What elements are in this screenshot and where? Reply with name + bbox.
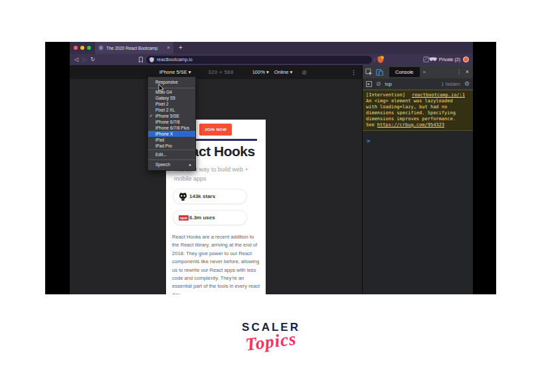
- console-sidebar-icon[interactable]: ▶: [366, 81, 372, 87]
- menu-item-pixel-2[interactable]: Pixel 2: [148, 101, 195, 107]
- menu-item-ipad-pro[interactable]: iPad Pro: [148, 143, 195, 149]
- new-tab-button[interactable]: +: [179, 45, 183, 51]
- private-browsing-badge: Private (2): [429, 57, 460, 62]
- console-settings-gear-icon[interactable]: ⚙: [464, 80, 470, 87]
- speech-label: Speech: [155, 162, 170, 167]
- close-window-button[interactable]: [74, 46, 78, 50]
- private-mask-icon: [429, 57, 437, 62]
- console-tab[interactable]: Console: [389, 67, 420, 77]
- menu-item-responsive[interactable]: Responsive: [148, 77, 195, 87]
- extension-shield-icon[interactable]: [377, 56, 384, 63]
- throttle-selector[interactable]: Online ▾: [274, 69, 293, 75]
- submenu-arrow-icon: ▸: [189, 161, 191, 169]
- reload-button[interactable]: ↻: [90, 56, 95, 63]
- menu-item-pixel-2-xl[interactable]: Pixel 2 XL: [148, 107, 195, 113]
- private-label: Private (2): [439, 57, 460, 62]
- tab-bar: The 2020 React Bootcamp × +: [70, 42, 473, 54]
- device-toolbar: iPhone 5/SE ▾ 320 × 568 100% ▾ Online ▾ …: [70, 65, 362, 79]
- menu-item-edit[interactable]: Edit...: [148, 151, 195, 159]
- browser-window: The 2020 React Bootcamp × + ◁ ▷ ↻ reactb…: [70, 42, 473, 294]
- console-prompt-caret: >: [367, 138, 370, 144]
- checkmark-icon: ✓: [149, 113, 153, 119]
- close-tab-icon[interactable]: ×: [167, 45, 170, 50]
- scaler-topics-logo: SCALER Topics: [242, 321, 300, 352]
- console-prompt-row[interactable]: >: [363, 131, 473, 146]
- extension-button-icon[interactable]: [463, 56, 469, 62]
- hidden-messages-count: 1 hidden: [441, 81, 460, 87]
- github-octocat-icon: [179, 193, 187, 201]
- browser-screenshot: The 2020 React Bootcamp × + ◁ ▷ ↻ reactb…: [45, 42, 496, 294]
- inspect-element-icon[interactable]: [365, 68, 373, 76]
- main-area: iPhone 5/SE ▾ 320 × 568 100% ▾ Online ▾ …: [70, 65, 473, 294]
- zoom-selector[interactable]: 100% ▾: [252, 69, 269, 75]
- react-favicon-icon: [98, 45, 104, 50]
- npm-uses-badge[interactable]: npm 6.3m uses: [173, 210, 247, 225]
- forward-button[interactable]: ▷: [82, 56, 86, 63]
- menu-item-iphone-678[interactable]: iPhone 6/7/8: [148, 119, 195, 125]
- back-button[interactable]: ◁: [74, 56, 78, 63]
- devtools-panel: Console » ⋮ × ▶ ⊘ top 1 hidden ⚙ reactbo…: [362, 65, 473, 294]
- page: The 2020 React Bootcamp × + ◁ ▷ ↻ reactb…: [0, 0, 542, 392]
- devtools-menu-icon[interactable]: ⋮: [456, 68, 462, 75]
- console-warning-message: reactbootcamp.io/:1[Intervention] An <im…: [363, 90, 473, 131]
- url-text: reactbootcamp.io: [157, 57, 193, 62]
- devtools-close-icon[interactable]: ×: [466, 68, 469, 75]
- shield-icon: [149, 57, 154, 62]
- navigation-bar: ◁ ▷ ↻ reactbootcamp.io |: [70, 54, 473, 65]
- menu-item-moto-g4[interactable]: Moto G4: [148, 89, 195, 95]
- menu-item-label: iPhone 5/SE: [155, 114, 179, 118]
- clear-console-icon[interactable]: ⊘: [376, 80, 381, 87]
- menu-separator: [148, 159, 195, 160]
- console-toolbar: ▶ ⊘ top 1 hidden ⚙: [363, 78, 473, 90]
- menu-item-iphone-5se[interactable]: ✓ iPhone 5/SE: [148, 113, 195, 119]
- menu-item-iphone-x[interactable]: iPhone X: [148, 131, 195, 137]
- viewport-area: JOIN NOW React Hooks The best way to bui…: [70, 79, 362, 294]
- menu-item-galaxy-s5[interactable]: Galaxy S5: [148, 95, 195, 101]
- menu-separator: [148, 88, 195, 88]
- menu-item-speech[interactable]: Speech ▸: [148, 161, 195, 169]
- devtools-tab-bar: Console » ⋮ ×: [363, 65, 473, 78]
- browser-tab[interactable]: The 2020 React Bootcamp ×: [95, 42, 173, 54]
- url-bar[interactable]: reactbootcamp.io: [146, 56, 372, 64]
- viewport-dimensions: 320 × 568: [209, 69, 234, 75]
- uses-label: 6.3m uses: [189, 215, 215, 221]
- menu-separator: [148, 149, 195, 150]
- toolbar-separator: |: [374, 56, 375, 62]
- responsive-design-mode: iPhone 5/SE ▾ 320 × 568 100% ▾ Online ▾ …: [70, 65, 362, 294]
- device-selector[interactable]: iPhone 5/SE ▾: [159, 69, 191, 75]
- menu-item-iphone-678-plus[interactable]: iPhone 6/7/8 Plus: [148, 125, 195, 131]
- device-toolbar-toggle-icon[interactable]: [376, 68, 383, 76]
- maximize-window-button[interactable]: [87, 46, 91, 50]
- menu-item-ipad[interactable]: iPad: [148, 137, 195, 143]
- window-controls: [74, 46, 91, 50]
- more-tabs-icon[interactable]: »: [423, 69, 426, 75]
- minimize-window-button[interactable]: [80, 46, 84, 50]
- npm-logo-icon: npm: [179, 215, 189, 221]
- stars-label: 143k stars: [189, 193, 215, 199]
- viewport-height[interactable]: 568: [225, 69, 234, 75]
- intro-paragraph: React Hooks are a recent addition to the…: [172, 233, 262, 294]
- viewport-width[interactable]: 320: [209, 69, 218, 75]
- device-toolbar-menu-icon[interactable]: ⋮: [351, 69, 357, 76]
- no-throttling-icon[interactable]: ⊘: [302, 69, 307, 76]
- mouse-cursor-icon: [158, 84, 164, 92]
- bookmark-icon[interactable]: [138, 56, 143, 63]
- page-actions-icon[interactable]: [423, 56, 429, 62]
- dimension-times: ×: [219, 69, 223, 75]
- warning-source-link[interactable]: reactbootcamp.io/:1: [412, 92, 465, 98]
- tab-title: The 2020 React Bootcamp: [106, 46, 164, 50]
- join-now-button[interactable]: JOIN NOW: [199, 124, 232, 136]
- github-stars-badge[interactable]: 143k stars: [173, 189, 247, 204]
- crbug-link[interactable]: https://crbug.com/954323: [377, 122, 444, 128]
- execution-context-selector[interactable]: top: [385, 81, 392, 87]
- device-dropdown-menu: Responsive Moto G4 Galaxy S5 Pixel 2 Pix…: [147, 76, 196, 171]
